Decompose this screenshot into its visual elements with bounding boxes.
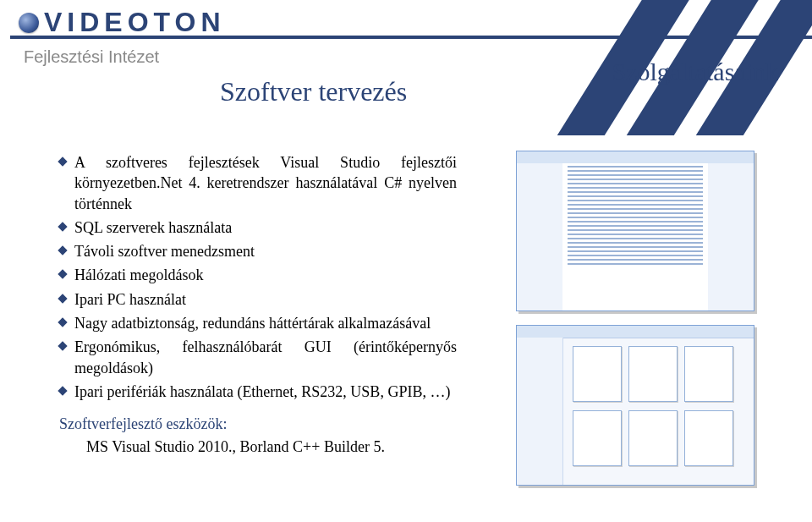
logo-sphere-icon: [19, 13, 39, 33]
list-item: Ipari perifériák használata (Ethernet, R…: [59, 382, 457, 402]
tools-value: MS Visual Studio 2010., Borland C++ Buil…: [86, 437, 457, 457]
bullet-list: A szoftveres fejlesztések Visual Studio …: [59, 152, 457, 402]
list-item: Nagy adatbiztonság, redundáns háttértára…: [59, 313, 457, 333]
list-item: Ipari PC használat: [59, 289, 457, 310]
tools-label: Szoftverfejlesztő eszközök:: [59, 414, 457, 434]
brand-logo: VIDEOTON: [19, 7, 226, 38]
screenshot-thumbnails: [516, 151, 753, 486]
section-label: Szolgáltatásaink: [612, 58, 778, 86]
header-rule: [10, 36, 812, 39]
page-title: Szoftver tervezés: [220, 76, 407, 107]
list-item: Hálózati megoldások: [59, 265, 457, 285]
db-diagram-thumbnail: [516, 325, 754, 486]
list-item: A szoftveres fejlesztések Visual Studio …: [59, 152, 457, 214]
content-column: A szoftveres fejlesztések Visual Studio …: [59, 152, 457, 457]
list-item: Távoli szoftver menedzsment: [59, 241, 457, 261]
list-item: SQL szerverek használata: [59, 217, 457, 238]
brand-name: VIDEOTON: [44, 7, 226, 38]
brand-subtitle: Fejlesztési Intézet: [24, 47, 159, 67]
visual-studio-thumbnail: [516, 151, 754, 311]
list-item: Ergonómikus, felhasználóbarát GUI (érint…: [59, 337, 457, 378]
